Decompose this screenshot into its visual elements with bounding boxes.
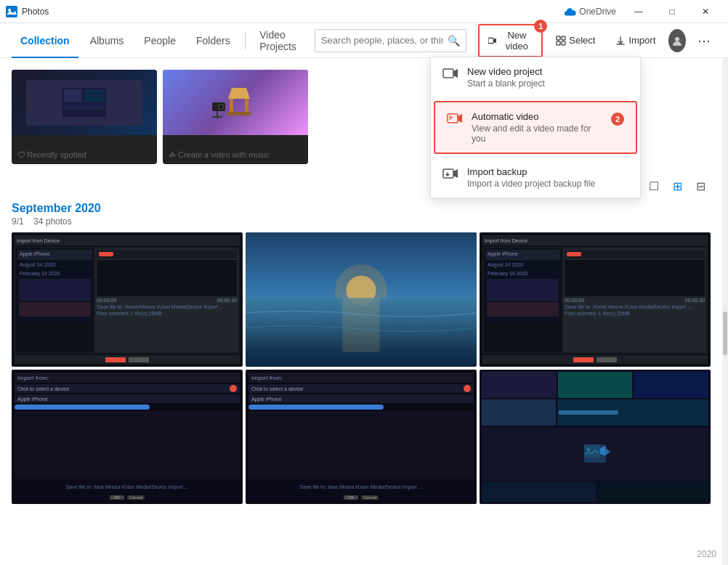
- svg-point-37: [587, 448, 590, 451]
- import-backup-subtitle: Import a video project backup file: [467, 179, 595, 189]
- more-options-button[interactable]: ⋯: [692, 30, 716, 52]
- view-grid-button[interactable]: ⊞: [667, 176, 687, 196]
- automatic-badge: 2: [611, 113, 624, 126]
- app-title: Photos: [22, 7, 565, 17]
- import-icon: [615, 36, 626, 46]
- new-project-icon: [442, 68, 458, 84]
- card2-labels: You're the director Create a video with …: [163, 135, 308, 163]
- minimize-button[interactable]: —: [622, 0, 655, 23]
- automatic-video-text: Automatic video View and edit a video ma…: [472, 111, 602, 144]
- automatic-video-title: Automatic video: [472, 111, 602, 122]
- svg-rect-10: [443, 69, 453, 78]
- svg-rect-35: [584, 444, 600, 458]
- featured-card-screenshot[interactable]: #screenshot Recently spotted: [12, 70, 157, 164]
- close-button[interactable]: ✕: [689, 0, 722, 23]
- thumb-import-1: Import from Device Apple iPhone August 2…: [12, 232, 243, 367]
- svg-rect-12: [448, 114, 458, 123]
- heart-icon: [17, 151, 25, 158]
- select-button[interactable]: Select: [549, 31, 602, 50]
- new-video-label: New video: [501, 30, 533, 52]
- photo-item-1[interactable]: Import from Device Apple iPhone August 2…: [12, 232, 243, 367]
- nav-item-people[interactable]: People: [135, 29, 185, 52]
- svg-point-27: [219, 105, 223, 109]
- svg-rect-15: [443, 169, 453, 178]
- photo-item-3[interactable]: Import from Device Apple iPhone August 2…: [480, 232, 711, 367]
- video-icon: [488, 36, 497, 45]
- year-label: 2020: [697, 549, 716, 559]
- svg-rect-3: [488, 38, 493, 43]
- import-backup-icon: [442, 168, 458, 184]
- svg-rect-5: [557, 36, 560, 40]
- thumb-device-4: Import from: Click to select a device Ap…: [12, 370, 243, 504]
- import-label: Import: [628, 35, 655, 46]
- date-range: 9/1: [12, 216, 24, 227]
- select-label: Select: [569, 35, 595, 46]
- svg-marker-21: [228, 88, 250, 99]
- automatic-video-subtitle: View and edit a video made for you: [472, 123, 602, 144]
- automatic-video-icon: [447, 113, 463, 129]
- thumb-small-grid-6: [480, 370, 711, 504]
- nav-item-collection[interactable]: Collection: [12, 29, 78, 52]
- svg-rect-29: [212, 116, 222, 118]
- titlebar: Photos OneDrive — □ ✕: [0, 0, 728, 23]
- thumb-ocean-2: [246, 232, 477, 367]
- nav-item-albums[interactable]: Albums: [81, 29, 133, 52]
- scrollbar-thumb[interactable]: [723, 312, 727, 355]
- photo-item-4[interactable]: Import from: Click to select a device Ap…: [12, 370, 243, 504]
- card1-labels: #screenshot Recently spotted: [12, 135, 157, 163]
- photo-item-2[interactable]: [246, 232, 477, 367]
- search-icon[interactable]: 🔍: [448, 35, 460, 46]
- view-options: ☐ ⊞ ⊟: [644, 176, 711, 196]
- maximize-button[interactable]: □: [655, 0, 689, 23]
- svg-rect-34: [342, 298, 379, 352]
- photo-item-5[interactable]: Import from: Click to select a device Ap…: [246, 370, 477, 504]
- thumb-import-3: Import from Device Apple iPhone August 2…: [480, 232, 711, 367]
- svg-rect-19: [64, 104, 105, 110]
- card1-subtitle: Recently spotted: [17, 150, 151, 159]
- card1-background: [12, 70, 157, 135]
- search-input[interactable]: [321, 35, 443, 46]
- dropdown-automatic-video[interactable]: Automatic video View and edit a video ma…: [434, 101, 637, 154]
- navbar: Collection Albums People Folders Video P…: [0, 23, 728, 58]
- import-button[interactable]: Import: [608, 31, 663, 50]
- svg-point-9: [675, 37, 679, 41]
- nav-item-video-projects[interactable]: Video Projects: [251, 23, 309, 58]
- cloud-icon: [565, 7, 576, 16]
- nav-separator: [245, 32, 246, 49]
- new-video-badge: 1: [534, 20, 547, 33]
- featured-card-director[interactable]: You're the director Create a video with …: [163, 70, 308, 164]
- new-video-button[interactable]: New video 1: [478, 24, 543, 57]
- scrollbar-track: [722, 58, 728, 565]
- svg-marker-16: [453, 169, 458, 178]
- photo-grid-row2: Import from: Click to select a device Ap…: [12, 370, 711, 504]
- view-single-button[interactable]: ☐: [644, 176, 664, 196]
- dropdown-import-backup[interactable]: Import backup Import a video project bac…: [431, 158, 640, 198]
- avatar-button[interactable]: [668, 29, 686, 52]
- toolbar-right: New video 1 Select Import ⋯: [478, 24, 716, 57]
- photo-grid-row1: Import from Device Apple iPhone August 2…: [12, 232, 711, 367]
- card1-inner: [26, 80, 142, 126]
- person-icon: [671, 35, 683, 46]
- svg-rect-20: [84, 89, 105, 102]
- dropdown-menu: New video project Start a blank project …: [430, 57, 641, 198]
- svg-marker-13: [458, 114, 462, 123]
- view-compact-button[interactable]: ⊟: [690, 176, 711, 196]
- dropdown-new-project[interactable]: New video project Start a blank project: [431, 57, 640, 97]
- new-project-text: New video project Start a blank project: [467, 66, 545, 89]
- new-project-subtitle: Start a blank project: [467, 78, 545, 89]
- onedrive-area: OneDrive: [565, 7, 616, 17]
- svg-rect-18: [64, 89, 82, 102]
- month-meta: 9/1 34 photos: [12, 216, 711, 227]
- dropdown-divider-1: [442, 97, 628, 98]
- svg-rect-8: [562, 41, 565, 45]
- month-title: September 2020: [12, 202, 711, 215]
- svg-rect-24: [227, 112, 251, 115]
- search-box[interactable]: 🔍: [315, 29, 466, 52]
- photo-item-6[interactable]: [480, 370, 711, 504]
- svg-point-14: [450, 116, 452, 118]
- nav-item-folders[interactable]: Folders: [187, 29, 239, 52]
- svg-rect-7: [557, 41, 560, 45]
- svg-rect-22: [230, 99, 233, 113]
- svg-rect-23: [245, 99, 248, 113]
- import-backup-title: Import backup: [467, 166, 595, 177]
